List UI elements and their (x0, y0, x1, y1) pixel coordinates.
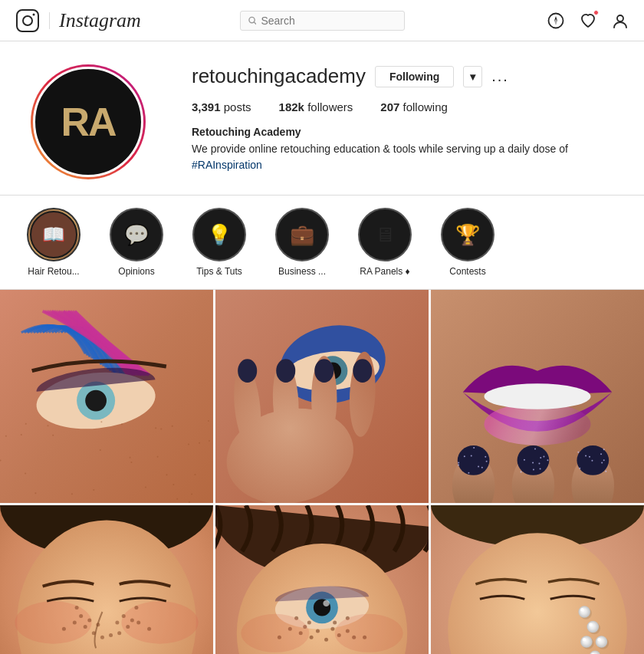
story-icon-4: 🖥 (375, 223, 395, 247)
followers-label: followers (307, 100, 353, 113)
stories-section: 📖 Hair Retou... 💬 Opinions 💡 Tips & Tuts… (0, 196, 644, 290)
avatar: RA (33, 67, 143, 177)
posts-label: posts (224, 100, 251, 113)
grid-canvas-4 (215, 505, 429, 654)
dropdown-button[interactable]: ▾ (463, 66, 482, 87)
story-circle-5: 🏆 (441, 208, 495, 261)
search-area (220, 11, 425, 31)
profile-username: retouchingacademy (192, 64, 366, 88)
bio-hashtag-link[interactable]: #RAInspiration (192, 159, 262, 171)
display-name: Retouching Academy (192, 126, 613, 138)
following-stat[interactable]: 207 following (380, 100, 448, 113)
compass-button[interactable] (547, 12, 564, 29)
story-item-3[interactable]: 💼 Business ... (271, 208, 333, 277)
bio: We provide online retouching education &… (192, 141, 613, 173)
compass-icon (547, 12, 564, 29)
profile-stats: 3,391 posts 182k followers 207 following (192, 100, 613, 113)
grid-item-4[interactable] (215, 505, 429, 654)
story-circle-1: 💬 (110, 208, 163, 261)
story-circle-0: 📖 (27, 208, 80, 261)
svg-line-4 (254, 21, 256, 24)
story-label-2: Tips & Tuts (189, 266, 250, 277)
story-circle-4: 🖥 (358, 208, 412, 261)
story-label-3: Business ... (271, 266, 333, 277)
following-count: 207 (380, 100, 399, 113)
story-label-5: Contests (437, 266, 498, 277)
grid-canvas-3 (0, 505, 213, 654)
search-box[interactable] (240, 11, 405, 31)
posts-count: 3,391 (192, 100, 221, 113)
svg-point-2 (33, 13, 35, 15)
nav-divider (49, 12, 50, 29)
profile-info: retouchingacademy Following ▾ ... 3,391 … (192, 64, 613, 173)
grid-item-1[interactable] (215, 290, 429, 503)
followers-stat[interactable]: 182k followers (279, 100, 353, 113)
grid-item-5[interactable] (431, 505, 644, 654)
avatar-wrapper[interactable]: RA (31, 64, 146, 179)
story-icon-0: 📖 (42, 224, 65, 245)
story-circle-2: 💡 (192, 208, 246, 261)
following-button[interactable]: Following (375, 66, 454, 87)
profile-button[interactable] (612, 12, 629, 29)
story-icon-1: 💬 (124, 223, 149, 247)
story-item-0[interactable]: 📖 Hair Retou... (23, 208, 84, 277)
notification-dot (593, 10, 599, 15)
grid-item-0[interactable] (0, 290, 213, 503)
story-circle-3: 💼 (275, 208, 329, 261)
grid-canvas-0 (0, 290, 213, 503)
avatar-initials: RA (61, 99, 115, 145)
instagram-camera-icon (15, 8, 40, 33)
profile-section: RA retouchingacademy Following ▾ ... 3,3… (0, 41, 644, 196)
profile-top-row: retouchingacademy Following ▾ ... (192, 64, 613, 88)
story-icon-3: 💼 (290, 223, 314, 247)
svg-point-8 (617, 15, 623, 21)
bio-text: We provide online retouching education &… (192, 143, 568, 155)
navigation-bar: Instagram (0, 0, 644, 41)
grid-canvas-1 (215, 290, 429, 503)
photo-grid (0, 290, 644, 654)
grid-item-2[interactable] (431, 290, 644, 503)
nav-icons (424, 12, 629, 29)
story-item-1[interactable]: 💬 Opinions (106, 208, 167, 277)
more-options-button[interactable]: ... (491, 67, 509, 85)
following-label: following (403, 100, 448, 113)
story-label-0: Hair Retou... (23, 266, 84, 277)
grid-item-3[interactable] (0, 505, 213, 654)
search-input[interactable] (261, 15, 396, 27)
activity-button[interactable] (580, 12, 596, 29)
story-item-5[interactable]: 🏆 Contests (437, 208, 498, 277)
story-item-4[interactable]: 🖥 RA Panels ♦ (354, 208, 416, 277)
user-icon (612, 12, 629, 29)
posts-stat[interactable]: 3,391 posts (192, 100, 251, 113)
brand-name: Instagram (59, 9, 141, 32)
grid-canvas-5 (431, 505, 644, 654)
story-label-1: Opinions (106, 266, 167, 277)
search-icon (248, 16, 257, 25)
story-item-2[interactable]: 💡 Tips & Tuts (189, 208, 250, 277)
svg-rect-0 (17, 10, 38, 31)
logo-area: Instagram (15, 8, 220, 33)
story-icon-5: 🏆 (455, 223, 480, 247)
svg-point-1 (23, 16, 32, 25)
grid-canvas-2 (431, 290, 644, 503)
followers-count: 182k (279, 100, 304, 113)
story-label-4: RA Panels ♦ (354, 266, 416, 277)
story-icon-2: 💡 (207, 223, 232, 247)
